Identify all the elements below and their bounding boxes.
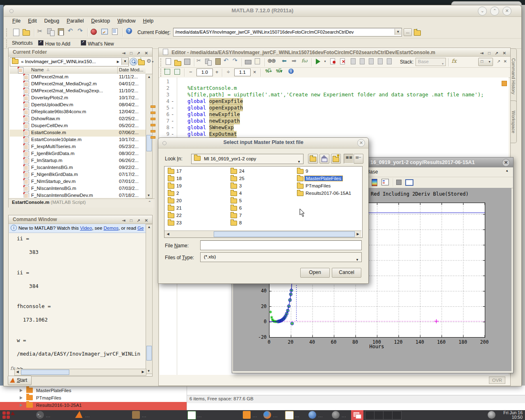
start-button[interactable]: Start bbox=[8, 376, 32, 385]
folder-item-20[interactable]: 20 bbox=[168, 198, 182, 205]
uncomment-percent-icon[interactable]: %̿▾ bbox=[276, 68, 282, 74]
command-window-hscrollbar[interactable]: ◀ ▶ bbox=[14, 369, 146, 376]
menu-edit[interactable]: Edit bbox=[28, 18, 37, 24]
folder-item-24[interactable]: 24 bbox=[231, 169, 244, 175]
name-column[interactable]: Name bbox=[31, 67, 44, 72]
cancel-button[interactable]: Cancel bbox=[332, 268, 361, 278]
folder-item-22[interactable]: 22 bbox=[168, 213, 182, 219]
scroll-down-icon[interactable]: ▼ bbox=[146, 368, 151, 374]
save-icon[interactable] bbox=[184, 59, 193, 67]
folder-item-PTmapFiles[interactable]: PTmapFiles bbox=[297, 183, 331, 190]
exit-debug-icon[interactable] bbox=[387, 58, 395, 66]
session-menu-icon[interactable] bbox=[488, 411, 495, 419]
guide-icon[interactable] bbox=[101, 29, 110, 37]
file-name-input[interactable] bbox=[200, 240, 362, 250]
tab-workspace[interactable]: Workspace bbox=[511, 100, 517, 143]
fm-row-Results2016-10-25A1[interactable]: Results2016-10-25A1 bbox=[0, 402, 187, 411]
open-button[interactable]: Open bbox=[300, 268, 330, 278]
step-icon[interactable] bbox=[351, 58, 359, 66]
taskbar-item-folder[interactable] bbox=[243, 411, 251, 419]
collapse-icon[interactable]: ⌃ bbox=[148, 200, 151, 205]
address-dropdown-arrow[interactable]: ▼ bbox=[121, 58, 128, 65]
demos-link[interactable]: Demos bbox=[104, 226, 119, 231]
file-row[interactable]: F_IexpMultiTseries.m05/23/2... bbox=[10, 144, 146, 151]
copy-icon[interactable] bbox=[47, 28, 56, 37]
expand-triangle-icon[interactable] bbox=[20, 404, 23, 407]
file-row[interactable]: F_NIscanIntensBGnewDev.m07/18/2... bbox=[10, 192, 146, 198]
folder-item-2[interactable]: 2 bbox=[168, 191, 179, 197]
shortcuts-grip[interactable] bbox=[6, 39, 8, 48]
scroll-right-icon[interactable]: ▶ bbox=[355, 231, 361, 237]
paste-icon[interactable] bbox=[215, 58, 223, 66]
folder-item-25[interactable]: 25 bbox=[231, 176, 244, 183]
file-row[interactable]: DReplicate96to384conv.m12/04/2... bbox=[10, 109, 146, 116]
command-window-header[interactable]: Command Window ⇥ □ ↗ ✕ bbox=[9, 215, 152, 224]
video-link[interactable]: Video bbox=[80, 226, 92, 231]
up-one-level-icon[interactable]: ↑ bbox=[138, 59, 145, 66]
menu-file[interactable]: File bbox=[12, 18, 21, 24]
scrollbar-thumb[interactable] bbox=[146, 346, 152, 361]
new-file-icon[interactable] bbox=[12, 28, 21, 37]
open-icon[interactable] bbox=[174, 59, 183, 68]
folder-item-6[interactable]: 6 bbox=[231, 205, 242, 212]
back-icon[interactable]: ⬅ bbox=[282, 57, 290, 66]
redo-icon[interactable]: ↷ bbox=[233, 57, 241, 65]
brush-icon[interactable] bbox=[396, 180, 402, 185]
print-preview-icon[interactable] bbox=[255, 58, 263, 66]
file-row[interactable]: DpertsUploadDev.m08/04/2... bbox=[10, 102, 146, 109]
copy-icon[interactable] bbox=[205, 59, 214, 67]
code-line[interactable]: global openExppath bbox=[187, 105, 243, 111]
folder-item-8[interactable]: 8 bbox=[231, 220, 242, 227]
getting-started-link[interactable]: Ge bbox=[137, 226, 144, 231]
folder-item-18[interactable]: 18 bbox=[168, 176, 182, 183]
taskbar-item-document[interactable] bbox=[285, 411, 294, 420]
run-icon[interactable] bbox=[315, 58, 323, 66]
mlint-warning-mark[interactable] bbox=[151, 124, 155, 126]
path-dropdown-arrow[interactable]: ▼ bbox=[395, 29, 401, 35]
current-folder-header[interactable]: Current Folder ⇥ □ ↗ ✕ bbox=[9, 48, 152, 57]
shortcut-how-to-add[interactable]: How to Add bbox=[38, 40, 70, 47]
stack-combo[interactable]: Base ▼ bbox=[415, 58, 446, 66]
forward-icon[interactable]: ➡ bbox=[292, 57, 300, 66]
toolbar-grip[interactable] bbox=[6, 28, 8, 37]
editor-header[interactable]: Editor - /media/data/EASY/InovImager_jwr… bbox=[159, 48, 510, 57]
set-breakpoint-icon[interactable] bbox=[330, 58, 339, 66]
folder-item-17[interactable]: 17 bbox=[168, 169, 182, 175]
code-line[interactable]: global SWnewExp bbox=[187, 124, 234, 130]
workspace-cell[interactable] bbox=[365, 411, 374, 420]
shortcut-whats-new[interactable]: What's New bbox=[81, 40, 114, 47]
increase-icon[interactable]: + bbox=[215, 69, 219, 75]
minimize-button[interactable]: ⌄ bbox=[478, 7, 487, 16]
folder-list[interactable]: ◀ ▶ 17181922021222324253456789MasterPlat… bbox=[164, 166, 363, 238]
menu-window[interactable]: Window bbox=[117, 18, 135, 24]
home-button[interactable] bbox=[320, 154, 329, 164]
expand-triangle-icon[interactable] bbox=[20, 396, 23, 399]
up-folder-icon[interactable]: ↑ bbox=[414, 29, 422, 37]
current-folder-path-input[interactable]: /media/data/EASY/InovImager_jwrCF_WINLin… bbox=[173, 28, 402, 37]
close-button[interactable]: ✕ bbox=[502, 7, 511, 16]
workspace-cell[interactable] bbox=[383, 411, 393, 420]
value-field-2[interactable]: 1.1 bbox=[234, 68, 251, 76]
file-row[interactable]: F_ImStartup.m06/26/2... bbox=[10, 158, 146, 164]
file-row[interactable]: DMPexcel2mat_MediaDrug2.m04/01/2... bbox=[10, 81, 146, 88]
file-row[interactable]: DMPexcel2mat.m11/11/2... bbox=[10, 74, 146, 81]
scroll-up-icon[interactable]: ▲ bbox=[146, 224, 152, 230]
scrollbar-thumb[interactable] bbox=[21, 370, 69, 375]
scrollbar-thumb[interactable] bbox=[214, 231, 355, 237]
folder-item-19[interactable]: 19 bbox=[168, 183, 182, 190]
command-window-vscrollbar[interactable]: ▲ ▼ bbox=[146, 224, 153, 374]
code-line[interactable]: global openExpfile bbox=[187, 98, 243, 104]
taskbar-item-terminal[interactable]: >_ bbox=[36, 411, 44, 419]
step-out-icon[interactable] bbox=[369, 58, 377, 66]
folder-item-4[interactable]: 4 bbox=[231, 191, 242, 197]
close-editor-icon[interactable]: ✕ bbox=[504, 59, 507, 64]
new-folder-button[interactable]: ✱ bbox=[331, 154, 341, 164]
mlint-warning-mark[interactable] bbox=[151, 136, 155, 139]
dialog-titlebar[interactable]: Select input Master Plate text file ✕ bbox=[158, 138, 368, 148]
address-bar[interactable]: « InovImager_jwrCF_WINLinx150... ▶ ▼ bbox=[10, 57, 129, 66]
mlint-warning-mark[interactable] bbox=[151, 112, 155, 114]
mlint-warning-mark[interactable] bbox=[151, 130, 155, 132]
taskbar-item-camera[interactable] bbox=[332, 411, 340, 419]
date-column[interactable]: Date Mod... bbox=[119, 67, 143, 72]
screenshot-tool-active[interactable] bbox=[351, 410, 363, 420]
